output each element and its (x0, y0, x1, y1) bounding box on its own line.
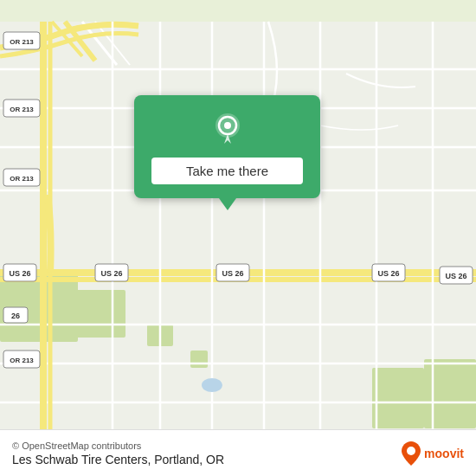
svg-rect-2 (74, 290, 125, 338)
svg-text:US 26: US 26 (377, 269, 399, 278)
svg-text:OR 213: OR 213 (10, 357, 34, 364)
svg-rect-5 (372, 368, 424, 428)
svg-text:US 26: US 26 (445, 272, 466, 280)
moovit-label: moovit (424, 447, 464, 460)
location-pin-icon (209, 111, 247, 149)
location-name: Les Schwab Tire Centers, Portland, OR (12, 453, 395, 466)
copyright-text: © OpenStreetMap contributors (12, 441, 395, 451)
moovit-pin-icon (402, 441, 421, 466)
svg-text:26: 26 (11, 312, 20, 320)
moovit-logo: moovit (402, 441, 464, 466)
location-popup: Take me there (134, 95, 320, 198)
bottom-bar: © OpenStreetMap contributors Les Schwab … (0, 429, 476, 476)
svg-text:US 26: US 26 (100, 269, 122, 278)
svg-point-49 (202, 378, 222, 392)
svg-text:OR 213: OR 213 (10, 175, 34, 183)
map-container: US 26 US 26 US 26 US 26 US 26 26 OR 213 … (0, 0, 476, 476)
svg-point-52 (224, 122, 231, 129)
svg-text:US 26: US 26 (9, 269, 30, 278)
svg-point-53 (407, 447, 415, 455)
svg-text:OR 213: OR 213 (10, 106, 34, 113)
svg-text:OR 213: OR 213 (10, 38, 34, 46)
svg-rect-4 (190, 351, 208, 368)
take-me-there-button[interactable]: Take me there (151, 158, 303, 184)
svg-text:US 26: US 26 (222, 269, 243, 278)
